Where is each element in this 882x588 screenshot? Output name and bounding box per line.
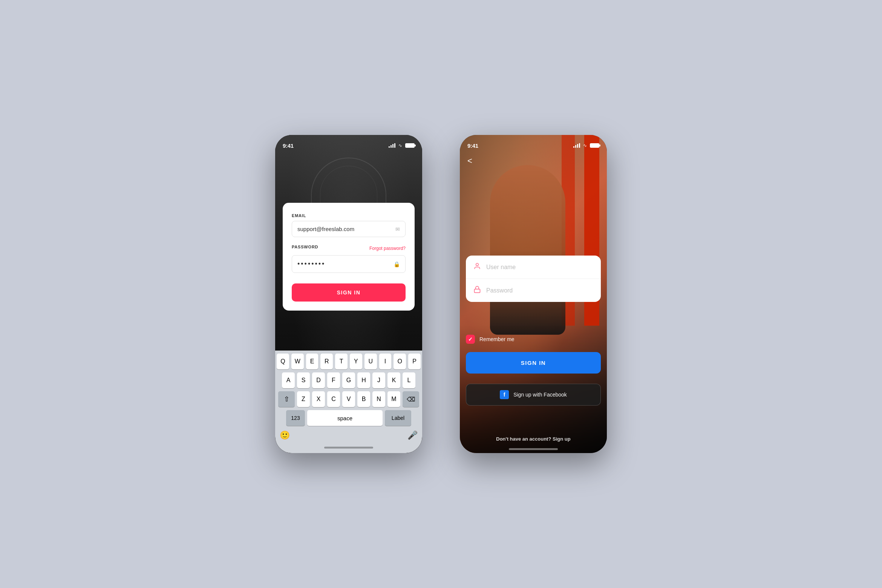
- facebook-signup-button[interactable]: f Sign up with Facebook: [466, 384, 601, 406]
- key-label[interactable]: Label: [385, 410, 411, 426]
- login-card-left: EMAIL support@freeslab.com ✉ PASSWORD Fo…: [283, 203, 415, 311]
- svg-point-0: [476, 263, 479, 266]
- key-c[interactable]: C: [327, 391, 340, 407]
- key-t[interactable]: T: [335, 354, 348, 369]
- remember-me-checkbox[interactable]: ✓: [466, 335, 475, 344]
- signal-icon-right: [573, 143, 580, 148]
- sign-up-link-right[interactable]: Sign up: [553, 436, 571, 442]
- key-o[interactable]: O: [394, 354, 406, 369]
- status-bar-right: 9:41 ∿: [460, 135, 607, 152]
- email-field-group: EMAIL support@freeslab.com ✉: [292, 213, 406, 237]
- key-x[interactable]: X: [312, 391, 325, 407]
- password-field-right[interactable]: Password: [466, 279, 601, 302]
- password-input-row[interactable]: •••••••• 🔒: [292, 255, 406, 273]
- bottom-text-label-right: Don't have an account?: [496, 436, 551, 442]
- key-m[interactable]: M: [387, 391, 400, 407]
- lock-icon-left: 🔒: [394, 261, 400, 267]
- key-r[interactable]: R: [320, 354, 333, 369]
- phone-right: 9:41 ∿ <: [460, 135, 607, 453]
- key-i[interactable]: I: [379, 354, 392, 369]
- key-a[interactable]: A: [282, 372, 295, 388]
- sign-in-button-left[interactable]: SIGN IN: [292, 283, 406, 302]
- sign-in-button-right[interactable]: SIGN IN: [466, 352, 601, 374]
- email-input-row[interactable]: support@freeslab.com ✉: [292, 221, 406, 237]
- keyboard-row-3: ⇧ Z X C V B N M ⌫: [277, 391, 421, 407]
- password-input[interactable]: ••••••••: [297, 260, 394, 268]
- key-u[interactable]: U: [364, 354, 377, 369]
- status-time-left: 9:41: [283, 142, 294, 149]
- email-icon: ✉: [395, 226, 400, 232]
- keyboard-row-1: Q W E R T Y U I O P: [277, 354, 421, 369]
- key-j[interactable]: J: [372, 372, 385, 388]
- phone-left: 9:41 ∿ EMAIL support@freeslab.com ✉: [275, 135, 422, 453]
- key-b[interactable]: B: [357, 391, 370, 407]
- page-container: 9:41 ∿ EMAIL support@freeslab.com ✉: [0, 0, 882, 588]
- forgot-password-link[interactable]: Forgot password?: [369, 246, 406, 251]
- email-input[interactable]: support@freeslab.com: [297, 226, 395, 232]
- microphone-icon[interactable]: 🎤: [407, 430, 418, 440]
- key-l[interactable]: L: [403, 372, 415, 388]
- key-w[interactable]: W: [291, 354, 304, 369]
- key-z[interactable]: Z: [297, 391, 310, 407]
- wifi-icon-right: ∿: [583, 143, 587, 148]
- password-label-row: PASSWORD Forgot password?: [292, 245, 406, 252]
- keyboard-row-2: A S D F G H J K L: [277, 372, 421, 388]
- key-q[interactable]: Q: [277, 354, 289, 369]
- key-space[interactable]: space: [307, 410, 383, 426]
- svg-rect-1: [475, 289, 480, 292]
- remember-me-row: ✓ Remember me: [466, 335, 514, 344]
- status-icons-left: ∿: [389, 143, 415, 148]
- key-g[interactable]: G: [342, 372, 355, 388]
- email-label: EMAIL: [292, 213, 406, 218]
- username-field[interactable]: User name: [466, 256, 601, 279]
- key-y[interactable]: Y: [350, 354, 362, 369]
- signal-icon-left: [389, 143, 395, 148]
- user-icon: [473, 262, 481, 272]
- key-f[interactable]: F: [327, 372, 340, 388]
- home-indicator-right: [509, 448, 558, 450]
- wifi-icon-left: ∿: [398, 143, 402, 148]
- password-field-group: PASSWORD Forgot password? •••••••• 🔒: [292, 245, 406, 273]
- emoji-icon[interactable]: 🙂: [280, 430, 290, 440]
- key-h[interactable]: H: [357, 372, 370, 388]
- password-placeholder: Password: [486, 287, 513, 294]
- login-card-right: User name Password: [466, 256, 601, 302]
- status-icons-right: ∿: [573, 143, 599, 148]
- key-delete[interactable]: ⌫: [403, 391, 419, 407]
- gym-person-decoration: [490, 165, 565, 335]
- back-button[interactable]: <: [467, 156, 472, 166]
- home-indicator-keyboard: [324, 447, 373, 449]
- username-placeholder: User name: [486, 264, 516, 271]
- key-p[interactable]: P: [408, 354, 421, 369]
- key-s[interactable]: S: [297, 372, 310, 388]
- key-n[interactable]: N: [372, 391, 385, 407]
- lock-icon-right: [473, 286, 481, 295]
- facebook-icon: f: [500, 390, 509, 399]
- status-time-right: 9:41: [467, 142, 478, 149]
- keyboard-bottom-row: 🙂 🎤: [277, 429, 421, 443]
- key-numbers[interactable]: 123: [286, 410, 305, 426]
- key-v[interactable]: V: [342, 391, 355, 407]
- remember-me-label: Remember me: [479, 336, 514, 342]
- key-d[interactable]: D: [312, 372, 325, 388]
- facebook-btn-label: Sign up with Facebook: [513, 392, 567, 398]
- key-k[interactable]: K: [387, 372, 400, 388]
- battery-icon-right: [590, 143, 599, 148]
- battery-icon-left: [405, 143, 415, 148]
- keyboard-row-4: 123 space Label: [277, 410, 421, 426]
- key-shift[interactable]: ⇧: [278, 391, 295, 407]
- status-bar-left: 9:41 ∿: [275, 135, 422, 152]
- keyboard: Q W E R T Y U I O P A S D F G H J K: [275, 351, 422, 453]
- bottom-text-right: Don't have an account? Sign up: [460, 436, 607, 442]
- password-label: PASSWORD: [292, 245, 318, 249]
- key-e[interactable]: E: [306, 354, 318, 369]
